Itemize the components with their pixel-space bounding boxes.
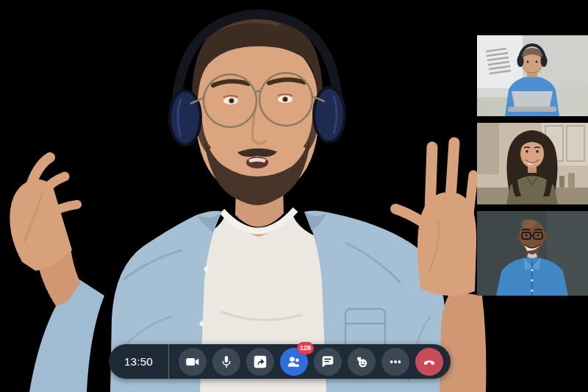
microphone-button[interactable] xyxy=(212,348,240,376)
chat-button[interactable] xyxy=(314,348,342,376)
video-call-window: 13:50 xyxy=(0,0,588,392)
ellipsis-icon xyxy=(387,354,404,370)
share-arrow-icon xyxy=(252,354,268,370)
participants-button[interactable]: 128 xyxy=(280,348,308,376)
reactions-button[interactable] xyxy=(348,348,376,376)
participant-video-1 xyxy=(477,35,588,116)
call-toolbar: 13:50 xyxy=(109,344,451,379)
camera-button[interactable] xyxy=(179,348,207,376)
participants-icon xyxy=(286,354,302,370)
call-timer: 13:50 xyxy=(109,355,168,368)
participant-sidebar xyxy=(477,35,588,296)
chat-bubble-icon xyxy=(320,354,336,370)
phone-hangup-icon xyxy=(421,354,437,370)
participant-video-2 xyxy=(477,123,588,204)
raised-hand-smiley-icon xyxy=(354,354,370,370)
participant-video-3 xyxy=(477,211,588,296)
participant-thumbnail-1[interactable] xyxy=(477,35,588,116)
share-screen-button[interactable] xyxy=(246,348,274,376)
microphone-icon xyxy=(218,354,234,370)
participant-thumbnail-2[interactable] xyxy=(477,123,588,204)
participant-count-badge: 128 xyxy=(297,342,314,354)
toolbar-buttons: 128 xyxy=(169,348,447,376)
more-options-button[interactable] xyxy=(381,348,409,376)
participant-thumbnail-3[interactable] xyxy=(477,211,588,296)
video-camera-icon xyxy=(184,354,201,370)
end-call-button[interactable] xyxy=(415,348,443,376)
